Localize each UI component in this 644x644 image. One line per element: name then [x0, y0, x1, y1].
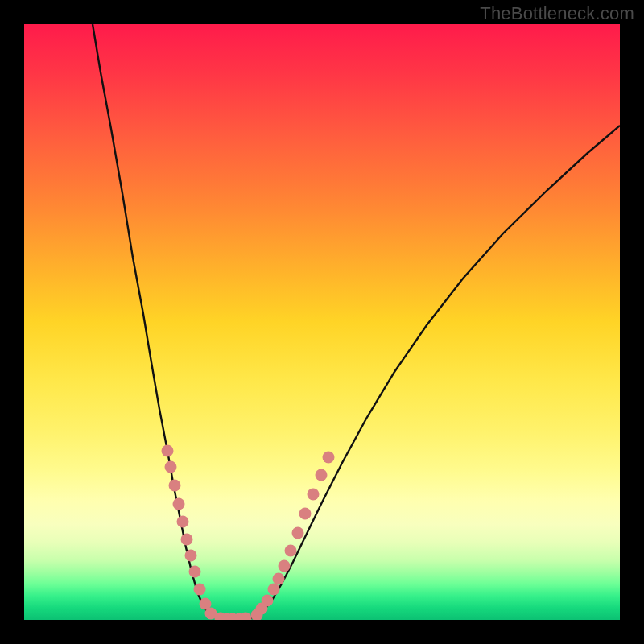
data-markers	[162, 445, 335, 621]
data-marker	[285, 545, 297, 557]
curve-right	[237, 126, 620, 620]
data-marker	[308, 489, 320, 501]
data-marker	[299, 508, 312, 520]
data-marker	[177, 516, 189, 528]
data-marker	[323, 452, 335, 464]
data-marker	[181, 534, 193, 546]
data-marker	[169, 480, 181, 492]
chart-svg	[24, 24, 620, 620]
curve-left	[93, 24, 237, 620]
data-marker	[262, 595, 274, 607]
outer-frame: TheBottleneck.com	[0, 0, 644, 644]
data-marker	[273, 573, 285, 585]
data-marker	[240, 613, 252, 621]
data-marker	[316, 469, 328, 481]
data-marker	[194, 584, 206, 596]
data-marker	[268, 584, 280, 596]
data-marker	[165, 461, 177, 473]
data-marker	[292, 527, 304, 539]
data-marker	[185, 550, 197, 562]
data-marker	[189, 566, 201, 578]
data-marker	[279, 560, 291, 572]
data-marker	[173, 498, 185, 510]
plot-area	[24, 24, 620, 620]
data-marker	[162, 445, 174, 457]
watermark-text: TheBottleneck.com	[480, 3, 634, 24]
